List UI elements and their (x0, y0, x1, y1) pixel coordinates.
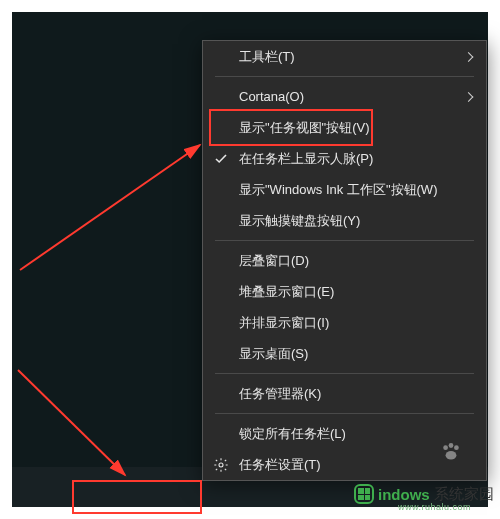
watermark-suffix: 系统家园 (434, 485, 494, 504)
menu-item[interactable]: 工具栏(T) (203, 41, 486, 72)
svg-point-5 (454, 445, 459, 450)
menu-item-label: 并排显示窗口(I) (239, 314, 329, 332)
menu-item[interactable]: 任务管理器(K) (203, 378, 486, 409)
menu-item-label: 显示"Windows Ink 工作区"按钮(W) (239, 181, 437, 199)
menu-item-label: 任务管理器(K) (239, 385, 321, 403)
menu-item[interactable]: 在任务栏上显示人脉(P) (203, 143, 486, 174)
svg-point-6 (446, 451, 457, 460)
menu-item-label: 堆叠显示窗口(E) (239, 283, 334, 301)
menu-item[interactable]: Cortana(O) (203, 81, 486, 112)
menu-item[interactable]: 显示桌面(S) (203, 338, 486, 369)
menu-item[interactable]: 显示触摸键盘按钮(Y) (203, 205, 486, 236)
menu-item-label: 显示桌面(S) (239, 345, 308, 363)
menu-item-label: 显示"任务视图"按钮(V) (239, 119, 370, 137)
svg-point-3 (443, 445, 448, 450)
windows-logo-icon (354, 484, 374, 504)
menu-item[interactable]: 并排显示窗口(I) (203, 307, 486, 338)
menu-item-label: 任务栏设置(T) (239, 456, 321, 474)
menu-separator (215, 413, 474, 414)
menu-item[interactable]: 堆叠显示窗口(E) (203, 276, 486, 307)
menu-item[interactable]: 层叠窗口(D) (203, 245, 486, 276)
menu-separator (215, 373, 474, 374)
watermark-url: www.ruhalu.com (398, 502, 471, 512)
menu-item-label: 显示触摸键盘按钮(Y) (239, 212, 360, 230)
menu-item-label: 工具栏(T) (239, 48, 295, 66)
menu-item-label: 在任务栏上显示人脉(P) (239, 150, 373, 168)
menu-separator (215, 76, 474, 77)
gear-icon (213, 457, 229, 473)
menu-item-label: Cortana(O) (239, 89, 304, 104)
paw-icon (438, 439, 464, 465)
watermark-logo: indows 系统家园 (354, 484, 494, 504)
menu-item-label: 锁定所有任务栏(L) (239, 425, 346, 443)
menu-item[interactable]: 显示"任务视图"按钮(V) (203, 112, 486, 143)
check-icon (215, 153, 227, 165)
menu-item-label: 层叠窗口(D) (239, 252, 309, 270)
svg-point-4 (449, 443, 454, 448)
taskbar-context-menu: 工具栏(T)Cortana(O)显示"任务视图"按钮(V)在任务栏上显示人脉(P… (202, 40, 487, 481)
menu-separator (215, 240, 474, 241)
svg-point-0 (219, 463, 223, 467)
watermark-brand: indows (378, 486, 430, 503)
menu-item[interactable]: 显示"Windows Ink 工作区"按钮(W) (203, 174, 486, 205)
